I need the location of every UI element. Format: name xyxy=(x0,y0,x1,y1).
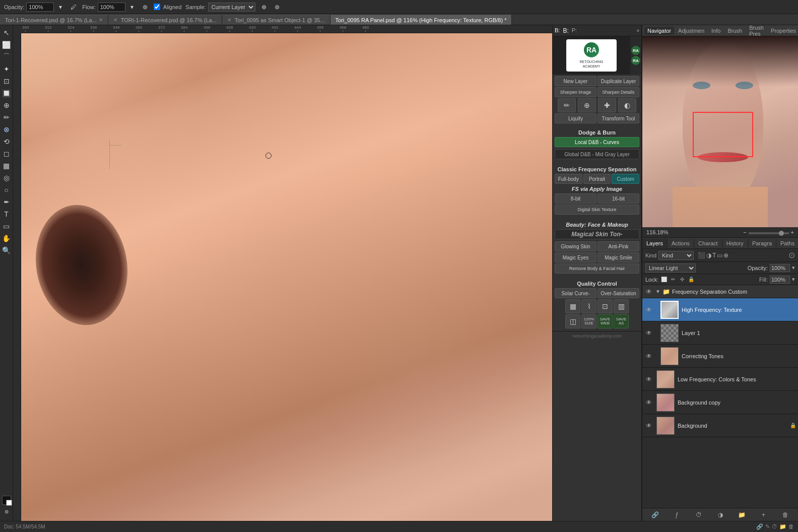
group-expand-icon[interactable]: ▼ xyxy=(655,289,660,294)
clone-stamp-icon[interactable]: ⊗ xyxy=(1,124,12,135)
filter-toggle-icon[interactable]: ⊙ xyxy=(788,250,795,260)
clone-options-icon[interactable]: ⊕ xyxy=(259,3,269,12)
brush-tool-icon[interactable]: ✏ xyxy=(1,112,12,123)
tab-4-active[interactable]: Tori_0095 RA Panel.psd @ 116% (High Freq… xyxy=(330,15,512,25)
lasso-tool-icon[interactable]: ⌒ xyxy=(1,51,12,62)
global-db-btn[interactable]: Global D&B - Mid Gray Layer xyxy=(555,149,639,159)
sample-dropdown[interactable]: Current Layer xyxy=(208,3,255,12)
layer-icon[interactable]: ◫ xyxy=(565,314,580,328)
flow-arrow-icon[interactable]: ▾ xyxy=(127,3,137,12)
ra-btn-ra1[interactable]: RA xyxy=(631,46,640,55)
paths-tab[interactable]: Paths xyxy=(776,239,798,248)
info-tab[interactable]: Info xyxy=(708,27,723,35)
histogram-icon[interactable]: ▦ xyxy=(565,299,580,313)
lock-transparent-icon[interactable]: ⬜ xyxy=(660,276,668,283)
nav-zoom-slider[interactable] xyxy=(749,232,789,234)
lock-position-icon[interactable]: ✣ xyxy=(679,276,686,283)
ra-tab-b[interactable]: B: xyxy=(555,27,560,34)
solar-curve-btn[interactable]: Solar Curve- xyxy=(555,288,596,298)
canvas-image[interactable] xyxy=(21,33,552,521)
tab-1-close[interactable]: ✕ xyxy=(99,17,103,23)
channels-tab[interactable]: Charact xyxy=(694,239,722,248)
properties-tab[interactable]: Properties xyxy=(768,27,798,35)
status-timer-icon[interactable]: ⏱ xyxy=(772,523,777,530)
filter-smart-icon[interactable]: ⊕ xyxy=(723,252,728,259)
low-freq-layer[interactable]: 👁 Low Frequency: Colors & Tones xyxy=(642,368,798,391)
ra-expand-icon[interactable]: » xyxy=(636,28,639,33)
hand-tool-icon[interactable]: ✋ xyxy=(1,233,12,244)
pen-tool-icon[interactable]: ✒ xyxy=(1,196,12,208)
layers-tab[interactable]: Layers xyxy=(642,239,668,248)
crop-tool-icon[interactable]: ⊡ xyxy=(1,76,12,87)
tab-3-x[interactable]: ✕ xyxy=(227,17,231,23)
tab-2-x[interactable]: ✕ xyxy=(113,17,117,23)
sharpen-image-btn[interactable]: Sharpen Image xyxy=(555,87,596,97)
blend-mode-select[interactable]: Linear Light xyxy=(645,263,696,273)
nav-zoom-handle[interactable] xyxy=(779,231,784,236)
over-saturation-btn[interactable]: Over-Saturation xyxy=(597,288,639,298)
anti-pink-btn[interactable]: Anti-Pink xyxy=(597,241,639,251)
freq-sep-group[interactable]: 👁 ▼ 📁 Frequency Separation Custom xyxy=(642,285,798,298)
dodge-tool-icon[interactable]: ○ xyxy=(1,184,12,195)
magic-eyes-btn[interactable]: Magic Eyes xyxy=(555,252,596,262)
healing-tool-icon[interactable]: ⊕ xyxy=(578,98,596,112)
quick-mask-icon[interactable]: ⊚ xyxy=(1,506,12,517)
tab-3[interactable]: ✕ Tori_0095 as Smart Object-1 @ 35... xyxy=(222,15,330,25)
gradient-tool-icon[interactable]: ▦ xyxy=(1,160,12,171)
clone-tool-icon[interactable]: ✚ xyxy=(598,98,616,112)
background-layer[interactable]: 👁 Background 🔒 xyxy=(642,414,798,437)
save-icon[interactable]: SAVEWEB xyxy=(597,314,613,328)
sharpen-details-btn[interactable]: Sharpen Details xyxy=(597,87,639,97)
history-brush-icon[interactable]: ⟲ xyxy=(1,136,12,147)
aligned-checkbox[interactable] xyxy=(154,4,160,10)
digital-skin-btn[interactable]: Digital Skin Texture xyxy=(555,205,639,215)
local-db-btn[interactable]: Local D&B - Curves xyxy=(555,137,639,147)
delete-layer-btn[interactable]: 🗑 xyxy=(780,510,790,520)
history-tab[interactable]: History xyxy=(722,239,748,248)
kind-select[interactable]: Kind xyxy=(658,251,694,260)
adjustment-tab[interactable]: Adjustmen xyxy=(675,27,707,35)
eyedropper-tool-icon[interactable]: 🔲 xyxy=(1,88,12,99)
fill-field[interactable] xyxy=(770,276,790,284)
background-copy-layer[interactable]: 👁 Background copy xyxy=(642,391,798,414)
move-tool-icon[interactable]: ↖ xyxy=(1,27,12,38)
low-freq-eye[interactable]: 👁 xyxy=(644,375,653,384)
layer-1[interactable]: 👁 Layer 1 xyxy=(642,321,798,345)
filter-shape-icon[interactable]: ▭ xyxy=(717,252,722,259)
eraser-tool-icon[interactable]: ◻ xyxy=(1,148,12,159)
status-delete-icon[interactable]: 🗑 xyxy=(788,523,794,530)
new-adj-btn[interactable]: ◑ xyxy=(715,510,725,520)
flow-input[interactable] xyxy=(98,3,125,12)
blur-tool-icon[interactable]: ◎ xyxy=(1,172,12,183)
glowing-skin-btn[interactable]: Glowing Skin xyxy=(555,241,596,251)
bg-eye[interactable]: 👁 xyxy=(644,421,653,430)
link-layers-btn[interactable]: 🔗 xyxy=(650,510,660,520)
brush-tab[interactable]: Brush xyxy=(724,27,745,35)
compare-icon[interactable]: ▥ xyxy=(614,299,629,313)
opacity-arrow[interactable]: ▾ xyxy=(792,264,795,271)
zoom-tool-icon[interactable]: 🔍 xyxy=(1,245,12,256)
size-icon[interactable]: 120%SIZE xyxy=(581,314,596,328)
layer1-eye[interactable]: 👁 xyxy=(644,328,653,338)
canvas-content[interactable] xyxy=(21,33,552,521)
lock-all-icon[interactable]: 🔒 xyxy=(688,276,695,283)
nav-zoom-out-icon[interactable]: − xyxy=(743,229,746,235)
new-group-btn[interactable]: 📁 xyxy=(737,510,747,520)
full-body-btn[interactable]: Full-body xyxy=(555,174,582,184)
filter-type-icon[interactable]: T xyxy=(712,252,716,259)
ra-tab-p[interactable]: P: xyxy=(572,27,577,34)
wand-tool-icon[interactable]: ✦ xyxy=(1,63,12,75)
new-layer-btn[interactable]: New Layer xyxy=(555,76,596,86)
filter-pixel-icon[interactable]: ⬛ xyxy=(698,252,705,259)
transform-btn[interactable]: Transform Tool xyxy=(597,113,639,123)
text-tool-icon[interactable]: T xyxy=(1,209,12,220)
eight-bit-btn[interactable]: 8-bit xyxy=(555,193,596,204)
save-as-icon[interactable]: SAVEAS xyxy=(614,314,629,328)
select-tool-icon[interactable]: ⬜ xyxy=(1,39,12,50)
magical-skin-btn[interactable]: Magical Skin Ton- xyxy=(555,229,639,239)
portrait-btn[interactable]: Portrait xyxy=(583,174,611,184)
curves-icon[interactable]: ⌇ xyxy=(581,299,596,313)
add-mask-btn[interactable]: ⏱ xyxy=(694,510,704,520)
opacity-input[interactable] xyxy=(26,3,54,12)
heal-tool-icon[interactable]: ⊕ xyxy=(1,100,12,111)
